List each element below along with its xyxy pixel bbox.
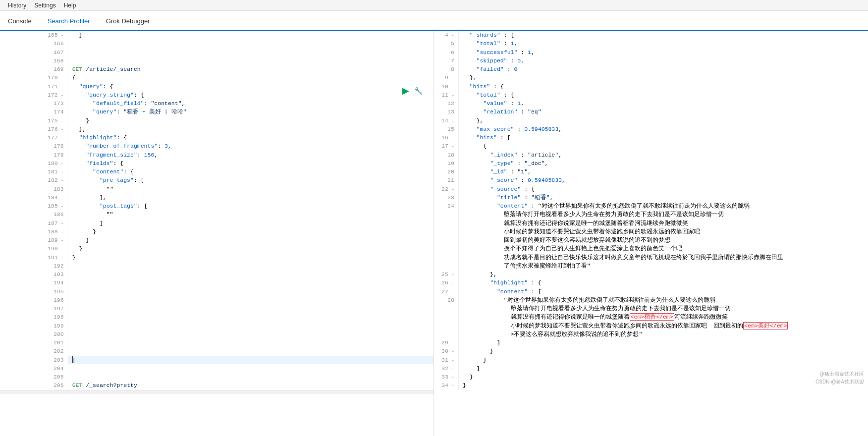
menu-settings[interactable]: Settings	[30, 2, 59, 9]
table-row: 189 - }	[0, 236, 434, 244]
menu-help[interactable]: Help	[60, 2, 80, 9]
line-number: 26 -	[434, 278, 458, 287]
line-number: 11 -	[434, 91, 458, 99]
line-number: 194	[0, 278, 68, 287]
line-number: 165 -	[0, 31, 68, 39]
table-row: 11 - "total" : {	[434, 91, 868, 99]
table-row: 191 -}	[0, 253, 434, 262]
line-content	[68, 39, 434, 48]
table-row: 174 "query": "稻香 + 美好 | 哈哈"	[0, 108, 434, 116]
table-row: 188 - }	[0, 227, 434, 236]
line-number: 191 -	[0, 253, 68, 262]
line-content: 功成名就不是目的让自己快乐快乐这才叫做意义童年的纸飞机现在终於飞回我手里所谓的那…	[458, 253, 868, 262]
line-number: 12	[434, 99, 458, 108]
line-number: 0	[434, 236, 458, 244]
line-number: 166	[0, 39, 68, 48]
right-code-area[interactable]: 4 - "_shards" : {5 "total" : 1,6 "succes…	[434, 31, 868, 390]
table-row: 195	[0, 287, 434, 296]
line-number: 201	[0, 338, 68, 347]
left-scrollbar[interactable]	[0, 390, 434, 394]
line-content: "_score" : 0.59405833,	[458, 176, 868, 184]
tab-search-profiler[interactable]: Search Profiler	[40, 12, 98, 31]
line-content	[68, 287, 434, 296]
table-row: 23 "title" : "稻香",	[434, 193, 868, 202]
line-number: 21	[434, 176, 458, 184]
table-row: 199	[0, 322, 434, 330]
table-row: 13 "relation" : "eq"	[434, 108, 868, 116]
line-number: 0	[434, 330, 458, 338]
line-content: "successful" : 1,	[458, 48, 868, 56]
line-content: "skipped" : 0,	[458, 56, 868, 65]
line-number: 31 -	[434, 356, 458, 364]
line-content	[68, 347, 434, 355]
line-content: },	[458, 73, 868, 82]
line-number: 0	[434, 244, 458, 253]
line-number: 186	[0, 210, 68, 218]
line-number: 0	[434, 262, 458, 270]
line-number: 16 -	[434, 133, 458, 142]
line-content: "fields": {	[68, 159, 434, 167]
line-content: {	[68, 73, 434, 82]
table-row: 204	[0, 364, 434, 373]
run-button[interactable]: ▶	[401, 84, 410, 97]
line-number: 20	[434, 167, 458, 176]
line-content: "highlight": {	[68, 133, 434, 142]
line-content: ],	[68, 193, 434, 202]
line-number: 188 -	[0, 227, 68, 236]
table-row: 185 - "post_tags": [	[0, 202, 434, 210]
table-row: 203|	[0, 356, 434, 364]
tab-console[interactable]: Console	[0, 12, 40, 31]
line-content: }	[68, 116, 434, 125]
table-row: 0 小时候的梦我知道不要哭让萤火虫带着你逃跑乡间的歌谣永远的依靠回家吧	[434, 227, 868, 236]
table-row: 166	[0, 39, 434, 48]
table-row: 192	[0, 262, 434, 270]
left-code-table: 165 - }166167168169GET /article/_search1…	[0, 31, 434, 390]
line-number: 22 -	[434, 185, 458, 193]
line-number: 192	[0, 262, 68, 270]
line-number: 5	[434, 39, 458, 48]
line-number: 25 -	[434, 270, 458, 278]
line-number: 189 -	[0, 236, 68, 244]
tab-grok-debugger[interactable]: Grok Debugger	[98, 12, 158, 31]
line-number: 203	[0, 356, 68, 364]
line-content: 小时候的梦我知道不要哭让萤火虫带着你逃跑乡间的歌谣永远的依靠回家吧	[458, 227, 868, 236]
table-row: 19 "_type" : "_doc",	[434, 159, 868, 167]
line-content: },	[458, 116, 868, 125]
line-content: }	[458, 373, 868, 381]
table-row: 0 了偷摘水果被蜜蜂给叮到怕了看"	[434, 262, 868, 270]
main-content: ▶ 🔧 165 - }166167168169GET /article/_sea…	[0, 31, 868, 436]
line-content: GET /_search?pretty	[68, 381, 434, 389]
menu-history[interactable]: History	[4, 2, 30, 9]
table-row: 21 "_score" : 0.59405833,	[434, 176, 868, 184]
line-content: "query_string": {	[68, 91, 434, 99]
table-row: 168	[0, 56, 434, 65]
table-row: 0 就算没有拥有还记得你说家是唯一的城堡随着稻香河流继续奔跑微微笑	[434, 219, 868, 227]
line-content: },	[458, 270, 868, 278]
table-row: 34 -}	[434, 381, 868, 389]
watermark: @稀土掘金技术社区 CSDN @老A技术联盟	[815, 370, 864, 386]
table-row: 196	[0, 296, 434, 304]
line-number: 7	[434, 56, 458, 65]
table-row: 29 - ]	[434, 338, 868, 347]
table-row: 20 "_id" : "1",	[434, 167, 868, 176]
line-content: "_index" : "article",	[458, 151, 868, 159]
left-toolbar: ▶ 🔧	[401, 84, 424, 97]
line-number: 177 -	[0, 133, 68, 142]
left-panel: ▶ 🔧 165 - }166167168169GET /article/_sea…	[0, 31, 434, 436]
line-content: }	[458, 347, 868, 355]
line-number: 32 -	[434, 364, 458, 373]
line-content	[68, 364, 434, 373]
line-number: 15	[434, 125, 458, 133]
line-content: 就算没有拥有还记得你说家是唯一的城堡随着<em>稻香</em>河流继续奔跑微微笑	[458, 313, 868, 321]
table-row: 183 ""	[0, 185, 434, 193]
line-number: 171 -	[0, 82, 68, 91]
line-number: 0	[434, 219, 458, 227]
line-number: 197	[0, 304, 68, 313]
line-content: "pre_tags": [	[68, 176, 434, 184]
wrench-button[interactable]: 🔧	[413, 84, 424, 97]
table-row: 177 - "highlight": {	[0, 133, 434, 142]
left-code-area[interactable]: 165 - }166167168169GET /article/_search1…	[0, 31, 434, 390]
line-content	[68, 262, 434, 270]
menu-bar: History Settings Help	[0, 0, 868, 11]
line-content: GET /article/_search	[68, 65, 434, 73]
